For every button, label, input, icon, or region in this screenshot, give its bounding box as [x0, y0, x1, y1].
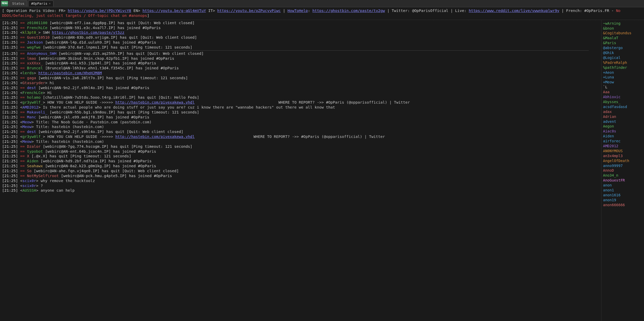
nicklist-item[interactable]: airforec — [603, 139, 642, 144]
nick[interactable]: scix0r — [23, 184, 36, 188]
nick[interactable]: lerds — [23, 71, 34, 75]
nick[interactable]: typobot — [27, 149, 43, 153]
chat-buffer[interactable]: [21:25] == z01001100 [webirc@AN-ef7.iaa.… — [0, 20, 601, 321]
topic-link-it[interactable]: https://youtu.be/oZPucyvPiwc — [217, 9, 280, 13]
nicklist-item[interactable]: Aaa — [603, 90, 642, 95]
message-link[interactable]: https://ghostbin.com/paste/vt5zz — [52, 30, 124, 35]
nick[interactable]: X — [27, 154, 29, 158]
nicklist-item[interactable]: &MaalaT — [603, 36, 642, 41]
system-text: [webirc@AN-pck.hmu.g4pte5.IP] has joined… — [59, 174, 172, 178]
nicklist-item[interactable]: @abstergo — [603, 45, 642, 50]
nick[interactable]: gr3yw0lf_ — [23, 100, 43, 104]
nick[interactable]: gr3yw0lf_ — [23, 135, 43, 139]
nicklist-item[interactable]: AnnoD — [603, 168, 642, 173]
nick[interactable]: Aiden — [27, 159, 38, 163]
nicklist-item[interactable]: +Meow — [603, 80, 642, 85]
nick[interactable]: Meow — [23, 139, 32, 144]
timestamp: [21:25] — [2, 71, 20, 75]
tab-status[interactable]: Status — [9, 1, 27, 7]
nicklist-item[interactable]: %pathfinder — [603, 65, 642, 70]
nicklist-item[interactable]: Adrian — [603, 114, 642, 119]
nick[interactable]: So — [27, 169, 31, 173]
close-icon[interactable]: × — [49, 2, 51, 5]
timestamp: [21:25] — [2, 40, 20, 44]
nick[interactable]: holamo — [27, 95, 40, 99]
nick[interactable]: Makaveli_ — [27, 110, 47, 114]
nick-list[interactable]: ~wArning&bnon&Cogitabundus&MaalaT&Paris@… — [601, 20, 644, 321]
nicklist-item[interactable]: Abysses_ — [603, 99, 642, 104]
nick[interactable]: gaga — [27, 76, 36, 80]
message-link[interactable]: http://pastebin.com/HheHJM8M — [38, 71, 102, 75]
nick[interactable]: Meow — [23, 120, 32, 124]
nicklist-item[interactable]: AngelOfDeath — [603, 158, 642, 163]
nick[interactable]: xxXXxx_ — [27, 61, 43, 65]
nicklist-item[interactable]: Aegon — [603, 124, 642, 129]
message-link[interactable]: http://hastebin.com/pivexakewa.vhdl — [115, 100, 195, 104]
nicklist-item[interactable]: +Aeon — [603, 70, 642, 75]
timestamp: [21:25] — [2, 164, 20, 168]
nicklist-item[interactable]: ~wArning — [603, 21, 642, 26]
nicklist-item[interactable]: advent — [603, 119, 642, 124]
chat-line: [21:25] == z01001100 [webirc@AN-ef7.iaa.… — [2, 21, 599, 25]
nicklist-item[interactable]: an3x4mpl3 — [603, 153, 642, 158]
nick[interactable]: FrenchLCe — [27, 26, 47, 30]
nicklist-item[interactable]: Ano34_n — [603, 173, 642, 178]
topic-link-reddit[interactable]: https://www.reddit.com/live/vwwnkuplwr9y — [469, 9, 559, 13]
tab-channel[interactable]: #OpParis × — [28, 1, 53, 7]
nicklist-item[interactable]: anon19 — [603, 198, 642, 203]
nicklist-item[interactable]: anon — [603, 183, 642, 188]
nicklist-item[interactable]: AN0NYMOUS — [603, 149, 642, 153]
topic-link-fr[interactable]: https://youtu.be/jPDcYWiycY8 — [68, 9, 131, 13]
nick[interactable]: scix0r — [23, 179, 36, 183]
nick[interactable]: Manc — [27, 115, 36, 119]
nicklist-item[interactable]: Abhioxic — [603, 95, 642, 99]
nick[interactable]: Gtasaryder — [23, 81, 45, 85]
nicklist-item[interactable]: +Luna — [603, 75, 642, 80]
menu-button[interactable]: MENU — [1, 1, 8, 6]
nicklist-item[interactable]: &Cogitabundus — [603, 31, 642, 36]
nicklist-item[interactable]: @Ghik — [603, 50, 642, 55]
nick[interactable]: dest — [27, 130, 36, 134]
nicklist-item[interactable]: `L — [603, 85, 642, 90]
nick[interactable]: Bruncel — [27, 66, 43, 70]
nicklist-item[interactable]: Aiac0s — [603, 129, 642, 134]
topic-howto[interactable]: HowToHelp — [287, 9, 308, 13]
nicklist-item[interactable]: anon1 — [603, 188, 642, 193]
nicklist-item[interactable]: anon1616 — [603, 193, 642, 198]
chat-line: [21:25] == gaga [webirc@AN-v1s.2a6.28lt7… — [2, 76, 599, 81]
nick[interactable]: dest — [27, 86, 36, 90]
nicklist-item[interactable]: %PadreRalph — [603, 60, 642, 65]
nicklist-item[interactable]: acsdfasdasd — [603, 104, 642, 109]
nicklist-item[interactable]: &bnon — [603, 26, 642, 31]
nick[interactable]: AUSSSH — [23, 188, 36, 192]
nick[interactable]: Anonymous_SWH — [27, 51, 57, 56]
nick[interactable]: Dzalor — [27, 144, 40, 149]
nick[interactable]: FrenchLCe — [23, 91, 43, 95]
nicklist-item[interactable]: Aiden — [603, 134, 642, 139]
nick[interactable]: Meow — [23, 125, 32, 129]
timestamp: [21:25] — [2, 35, 20, 39]
system-marker: == — [20, 174, 27, 178]
nicklist-item[interactable]: AnoGuestFR — [603, 178, 642, 183]
timestamp: [21:25] — [2, 120, 20, 124]
nicklist-item[interactable]: adax — [603, 109, 642, 114]
nick[interactable]: lmao — [27, 56, 36, 61]
nick[interactable]: kl3pt0_ — [23, 30, 38, 35]
nick[interactable]: Seahawx — [27, 164, 43, 168]
nick[interactable]: NotMySelf\root — [27, 174, 59, 178]
nick[interactable]: z01001100 — [27, 21, 47, 25]
message-text: ? — [40, 184, 43, 188]
nicklist-item[interactable]: &Paris — [603, 41, 642, 45]
nicklist-item[interactable]: AMD2012 — [603, 144, 642, 149]
nicklist-item[interactable]: @Logical — [603, 55, 642, 60]
timestamp: [21:25] — [2, 61, 20, 65]
nick[interactable]: wegfwe — [27, 45, 40, 49]
nicklist-item[interactable]: anon666666 — [603, 203, 642, 208]
nick[interactable]: AMD2012 — [23, 105, 38, 109]
nick[interactable]: Guest10510 — [27, 35, 50, 39]
nicklist-item[interactable]: anno99997 — [603, 163, 642, 168]
nick[interactable]: Jackson — [27, 40, 43, 44]
message-link[interactable]: http://hastebin.com/pivexakewa.vhdl — [115, 135, 195, 139]
topic-link-en[interactable]: https://youtu.be/g-qGl4mVTuY — [142, 9, 206, 13]
topic-link-paste[interactable]: https://ghostbin.com/paste/tv2gw — [312, 9, 385, 13]
